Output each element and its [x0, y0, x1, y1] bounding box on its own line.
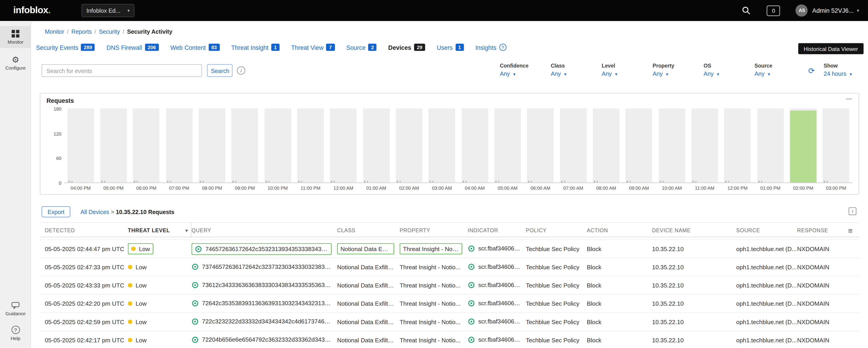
- sidebar-item-monitor[interactable]: Monitor: [0, 26, 31, 48]
- chart-hour-band: [330, 108, 357, 182]
- column-header-response[interactable]: RESPONSE: [797, 227, 848, 233]
- filter-level[interactable]: LevelAny▾: [602, 63, 653, 77]
- cell-content: Low: [128, 264, 147, 271]
- filter-dropdowns: ConfidenceAny▾ClassAny▾LevelAny▾Property…: [500, 63, 805, 77]
- chart-hour-band: [298, 108, 324, 182]
- filter-class[interactable]: ClassAny▾: [551, 63, 602, 77]
- sidebar-item-help[interactable]: ? Help: [0, 322, 31, 345]
- filter-value[interactable]: Any▾: [551, 70, 602, 77]
- column-settings-icon[interactable]: ≡: [848, 226, 859, 235]
- cell-text: scr.fbaf34606a3c...: [478, 281, 520, 288]
- user-menu[interactable]: Admin 52VJ6...▾: [812, 7, 859, 14]
- show-filter[interactable]: Show 24 hours▾: [824, 63, 868, 77]
- highlight-box: Notional Data Exfiltra...: [337, 243, 394, 254]
- cell-query: 73612c34333636363833303438343335353637..…: [191, 281, 337, 289]
- notification-counter[interactable]: 0: [767, 5, 780, 16]
- filter-os[interactable]: OSAny▾: [704, 63, 754, 77]
- filter-confidence[interactable]: ConfidenceAny▾: [500, 63, 551, 77]
- column-header-detected[interactable]: DETECTED: [45, 227, 128, 233]
- edition-dropdown[interactable]: Infoblox Ed...▾: [82, 4, 134, 17]
- tab-threat-insight[interactable]: Threat Insight1: [231, 44, 279, 51]
- breadcrumb-link-reports[interactable]: Reports: [71, 28, 92, 35]
- search-icon[interactable]: [741, 5, 751, 15]
- chart-bar[interactable]: [790, 110, 816, 183]
- column-header-policy[interactable]: POLICY: [526, 227, 587, 233]
- filter-value[interactable]: Any▾: [602, 70, 653, 77]
- filter-value-text: Any: [500, 70, 510, 77]
- filter-label: Property: [653, 63, 704, 69]
- table-info-icon[interactable]: i: [849, 207, 857, 215]
- breadcrumb-link-monitor[interactable]: Monitor: [45, 28, 64, 35]
- table-row[interactable]: 05-05-2025 02:43:33 pm UTCLow73612c34333…: [40, 277, 859, 295]
- chart-hour-band: [199, 108, 225, 182]
- sidebar-item-configure[interactable]: ⚙ Configure: [0, 52, 31, 74]
- x-axis-label: 08:00 PM: [195, 185, 228, 190]
- tab-threat-view[interactable]: Threat View7: [291, 44, 335, 51]
- collapse-icon[interactable]: —: [846, 95, 852, 102]
- filter-source[interactable]: SourceAny▾: [754, 63, 806, 77]
- cell-text: Block: [587, 337, 601, 343]
- cell-text: 73612c34333636363833303438343335353637..…: [202, 281, 332, 288]
- filter-value-text: Any: [551, 70, 561, 77]
- tab-label: Web Content: [170, 44, 206, 50]
- cell-content: Notional Data Exfiltra...: [337, 282, 394, 289]
- avatar[interactable]: A5: [796, 4, 808, 16]
- filter-label: OS: [704, 63, 754, 69]
- filter-value[interactable]: 24 hours▾: [824, 70, 868, 77]
- cell-text: Block: [587, 282, 601, 289]
- tab-users[interactable]: Users1: [437, 44, 464, 51]
- tab-devices[interactable]: Devices29: [388, 44, 425, 51]
- cell-text: NXDOMAIN: [797, 318, 829, 325]
- refresh-icon[interactable]: ⟳: [808, 68, 815, 74]
- x-axis-label: 12:00 AM: [327, 185, 360, 190]
- x-axis-label: 02:00 AM: [393, 185, 426, 190]
- x-axis-label: 07:00 PM: [162, 185, 196, 190]
- column-header-source[interactable]: SOURCE: [736, 227, 797, 233]
- sidebar-bottom: Guidance ? Help: [0, 298, 31, 345]
- column-header-property[interactable]: PROPERTY: [400, 227, 468, 233]
- column-header-device-name[interactable]: DEVICE NAME: [652, 227, 736, 233]
- filter-label: Class: [551, 63, 602, 69]
- tab-web-content[interactable]: Web Content83: [170, 44, 219, 51]
- device-breadcrumb: All Devices > 10.35.22.10 Requests: [81, 209, 174, 215]
- info-icon[interactable]: i: [237, 66, 245, 75]
- table-row[interactable]: 05-05-2025 02:44:47 pm UTCLow74657263617…: [40, 240, 859, 258]
- filter-value[interactable]: Any▾: [653, 70, 704, 77]
- cell-device-name: 10.35.22.10: [652, 318, 736, 325]
- cell-text: Notional Data Exfiltra...: [337, 300, 394, 307]
- filter-value[interactable]: Any▾: [704, 70, 754, 77]
- highlight-box: Low: [128, 243, 153, 254]
- help-icon[interactable]: ?: [499, 44, 506, 51]
- table-row[interactable]: 05-05-2025 02:42:59 pm UTCLow722c3232322…: [40, 313, 859, 331]
- column-header-indicator[interactable]: INDICATOR: [468, 227, 526, 233]
- column-header-threat-level[interactable]: THREAT LEVEL▾: [128, 223, 192, 238]
- filter-value[interactable]: Any▾: [500, 70, 551, 77]
- tab-security-events[interactable]: Security Events289: [36, 44, 95, 51]
- table-row[interactable]: 05-05-2025 02:47:33 pm UTCLow73746572636…: [40, 258, 859, 276]
- cell-content: scr.fbaf34606a3c...: [468, 281, 520, 288]
- export-button[interactable]: Export: [41, 206, 70, 217]
- tab-insights[interactable]: Insights?: [475, 44, 506, 51]
- search-input[interactable]: [41, 64, 202, 77]
- cell-content: 73612c34333636363833303438343335353637..…: [191, 281, 332, 288]
- column-header-action[interactable]: ACTION: [587, 227, 652, 233]
- cell-policy: Techblue Sec Policy: [526, 264, 587, 271]
- column-header-query[interactable]: QUERY: [191, 227, 337, 233]
- all-devices-link[interactable]: All Devices: [81, 209, 109, 215]
- filter-value[interactable]: Any▾: [754, 70, 806, 77]
- tab-source[interactable]: Source2: [346, 44, 377, 51]
- column-header-class[interactable]: CLASS: [337, 227, 400, 233]
- historical-data-viewer-button[interactable]: Historical Data Viewer: [798, 43, 863, 55]
- breadcrumb-link-security[interactable]: Security: [99, 28, 120, 35]
- cell-class: Notional Data Exfiltra...: [337, 243, 400, 254]
- cell-response: NXDOMAIN: [797, 282, 848, 289]
- cell-content: scr.fbaf34606a3c...: [468, 245, 520, 252]
- sidebar-item-guidance[interactable]: Guidance: [0, 298, 31, 320]
- cell-class: Notional Data Exfiltra...: [337, 318, 400, 325]
- table-row[interactable]: 05-05-2025 02:42:20 pm UTCLow72642c35353…: [40, 295, 859, 313]
- search-button[interactable]: Search: [207, 64, 232, 77]
- filter-property[interactable]: PropertyAny▾: [653, 63, 704, 77]
- tab-dns-firewall[interactable]: DNS Firewall206: [106, 44, 159, 51]
- cell-content: Low: [128, 318, 147, 325]
- table-row[interactable]: 05-05-2025 02:42:17 pm UTCLow72204b656e6…: [40, 331, 859, 348]
